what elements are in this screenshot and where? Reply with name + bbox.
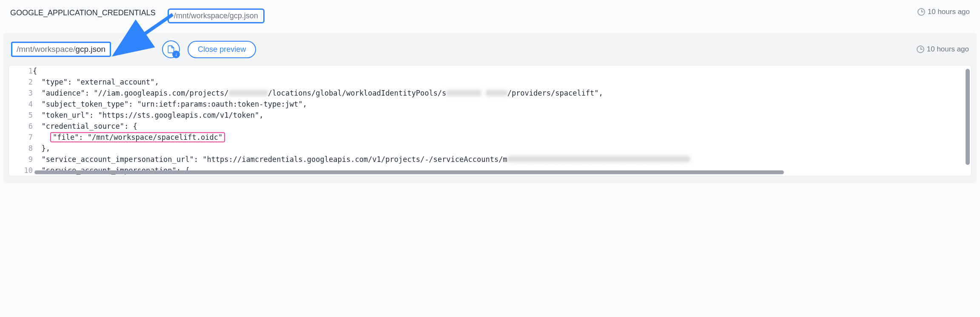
code-line: 7 "file": "/mnt/workspace/spacelift.oidc… (9, 132, 971, 143)
code-line: 4 "subject_token_type": "urn:ietf:params… (9, 99, 971, 110)
clock-icon (917, 8, 925, 16)
code-table: 1{2 "type": "external_account",3 "audien… (9, 65, 971, 176)
panel-header: /mnt/workspace/gcp.json ↓ Close preview … (9, 37, 971, 65)
code-content[interactable]: "file": "/mnt/workspace/spacelift.oidc" (33, 132, 971, 143)
env-var-name: GOOGLE_APPLICATION_CREDENTIALS (10, 8, 156, 18)
code-line: 1{ (9, 65, 971, 76)
code-line: 2 "type": "external_account", (9, 76, 971, 88)
line-number: 3 (9, 88, 33, 99)
code-line: 5 "token_url": "https://sts.googleapis.c… (9, 110, 971, 121)
file-preview-panel: /mnt/workspace/gcp.json ↓ Close preview … (3, 33, 977, 183)
code-viewer: 1{2 "type": "external_account",3 "audien… (9, 65, 971, 176)
env-var-value-callout: /mnt/workspace/gcp.json (168, 8, 265, 23)
env-var-row: GOOGLE_APPLICATION_CREDENTIALS /mnt/work… (3, 3, 977, 33)
env-var-left: GOOGLE_APPLICATION_CREDENTIALS /mnt/work… (10, 8, 265, 23)
code-content[interactable]: "token_url": "https://sts.googleapis.com… (33, 110, 971, 121)
code-content[interactable]: { (33, 65, 971, 76)
code-line: 9 "service_account_impersonation_url": "… (9, 154, 971, 165)
line-number: 4 (9, 99, 33, 110)
timestamp-text: 10 hours ago (928, 8, 970, 16)
highlighted-span: "file": "/mnt/workspace/spacelift.oidc" (50, 132, 225, 142)
download-file-button[interactable]: ↓ (162, 40, 180, 58)
line-number: 8 (9, 143, 33, 154)
code-content[interactable]: "subject_token_type": "urn:ietf:params:o… (33, 99, 971, 110)
horizontal-scrollbar[interactable] (34, 170, 784, 174)
line-number: 1 (9, 65, 33, 76)
file-path-box: /mnt/workspace/gcp.json (11, 42, 111, 57)
panel-header-left: /mnt/workspace/gcp.json ↓ Close preview (11, 40, 256, 58)
code-scroll[interactable]: 1{2 "type": "external_account",3 "audien… (9, 65, 971, 176)
code-content[interactable]: }, (33, 143, 971, 154)
timestamp-top: 10 hours ago (917, 8, 970, 16)
code-content[interactable]: "audience": "//iam.googleapis.com/projec… (33, 88, 971, 99)
close-preview-button[interactable]: Close preview (188, 41, 256, 58)
code-content[interactable]: "credential_source": { (33, 121, 971, 132)
line-number: 2 (9, 76, 33, 88)
clock-icon (917, 45, 924, 53)
line-number: 9 (9, 154, 33, 165)
redacted-span: XXXXXXXXXXXXXXXXXXXXXXXXXXXXXXXXXXXXXXXX… (507, 155, 690, 164)
code-line: 3 "audience": "//iam.googleapis.com/proj… (9, 88, 971, 99)
redacted-span: XXXXXXXXX (229, 89, 268, 97)
code-content[interactable]: "type": "external_account", (33, 76, 971, 88)
line-number: 7 (9, 132, 33, 143)
line-number: 5 (9, 110, 33, 121)
code-line: 8 }, (9, 143, 971, 154)
path-filename: gcp.json (75, 45, 105, 54)
line-number: 6 (9, 121, 33, 132)
vertical-scrollbar[interactable] (966, 69, 970, 165)
download-badge-icon: ↓ (172, 51, 180, 58)
header-buttons: ↓ Close preview (162, 40, 256, 58)
code-line: 6 "credential_source": { (9, 121, 971, 132)
path-prefix: /mnt/workspace/ (17, 45, 75, 54)
code-content[interactable]: "service_account_impersonation_url": "ht… (33, 154, 971, 165)
timestamp-panel: 10 hours ago (917, 45, 969, 54)
timestamp-text: 10 hours ago (927, 45, 969, 54)
redacted-span: XXXXXXXX XXXXX (446, 89, 507, 97)
line-number: 10 (9, 165, 33, 176)
